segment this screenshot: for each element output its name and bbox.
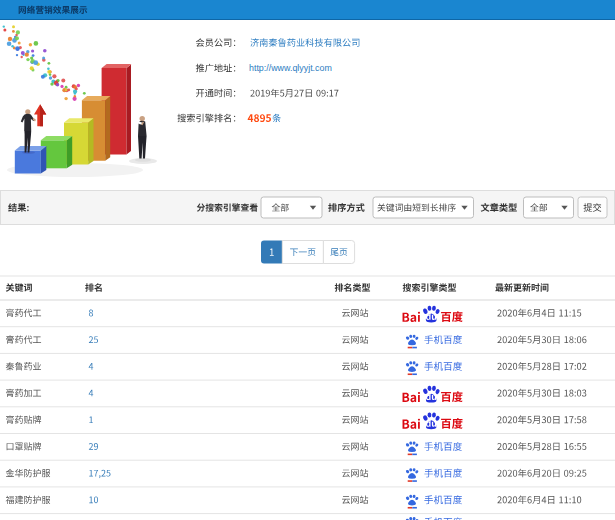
svg-text:http://www.qlyyjt.com: http://www.qlyyjt.com bbox=[249, 63, 332, 73]
